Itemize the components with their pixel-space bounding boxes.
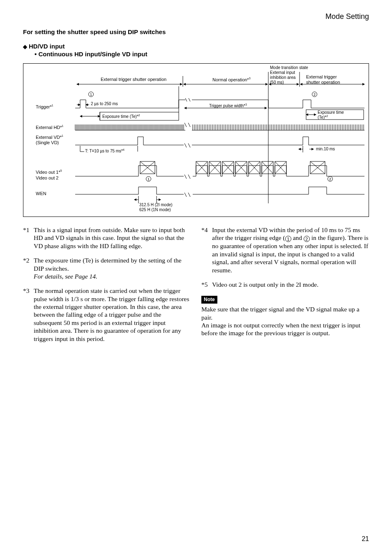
marker-circ-2-top: 2: [312, 92, 317, 97]
footnote-1: *1 This is a signal input from outside. …: [23, 226, 191, 250]
label-video-out: Video out 1*5 Video out 2: [36, 169, 62, 181]
header-title: Mode Setting: [23, 12, 369, 21]
label-t-period: T: T=10 µs to 75 ms*4: [85, 148, 125, 153]
sub-heading-continuous: • Continuous HD input/Single VD input: [35, 51, 369, 58]
footnotes-columns: *1 This is a signal input from outside. …: [23, 226, 369, 349]
sub-heading-hdvd: ◆HD/VD input: [23, 43, 369, 50]
footnote-5: *5 Video out 2 is output only in the 2I …: [201, 281, 369, 288]
footnote-2: *2 The exposure time (Te) is determined …: [23, 256, 191, 280]
marker-circ-1-video: 1: [146, 176, 151, 182]
timing-diagram: External trigger shutter operation Norma…: [23, 63, 369, 217]
note-body-2: An image is not output correctly when th…: [201, 321, 369, 337]
label-ext-vd: External VD*1 (Single VD): [36, 134, 63, 145]
marker-circ-2-text: 2: [304, 236, 310, 242]
label-ext-trigger-op-right: External trigger shutter operation: [306, 74, 340, 85]
note-body-1: Make sure that the trigger signal and th…: [201, 305, 369, 321]
label-mode-transition: Mode transition state External input inh…: [270, 65, 308, 85]
note-section: Note Make sure that the trigger signal a…: [201, 295, 369, 337]
timing-svg: [23, 64, 369, 216]
sub1-text: HD/VD input: [29, 43, 65, 50]
section-title: For setting the shutter speed using DIP …: [23, 28, 369, 35]
label-trigger-pulse-width: Trigger pulse width*3: [209, 103, 247, 108]
label-trigger: Trigger*1: [36, 104, 53, 109]
label-exposure-time-right: Exposure time (Te)*2: [318, 110, 344, 120]
label-bottom-h: 312.5 H (2I mode) 625 H (1N mode): [139, 203, 173, 212]
label-ext-trigger-op: External trigger shutter operation: [101, 77, 166, 82]
page-number: 21: [362, 535, 369, 543]
label-exposure-time: Exposure time (Te)*2: [102, 114, 140, 119]
label-ext-hd: External HD*1: [36, 124, 63, 130]
label-normal-op: Normal operation*3: [212, 77, 251, 82]
marker-circ-2-video: 2: [327, 176, 333, 182]
label-wen: WEN: [36, 191, 46, 196]
note-badge: Note: [201, 296, 217, 304]
marker-circ-1-top: 1: [88, 92, 94, 97]
footnote-3: *3 The normal operation state is carried…: [23, 287, 191, 343]
marker-circ-1-text: 1: [285, 236, 291, 242]
diamond-icon: ◆: [23, 44, 27, 50]
label-pulse-range: 2 µs to 250 ms: [91, 101, 118, 106]
label-min10: min.10 ms: [316, 147, 335, 151]
footnote-4: *4 Input the external VD within the peri…: [201, 226, 369, 274]
